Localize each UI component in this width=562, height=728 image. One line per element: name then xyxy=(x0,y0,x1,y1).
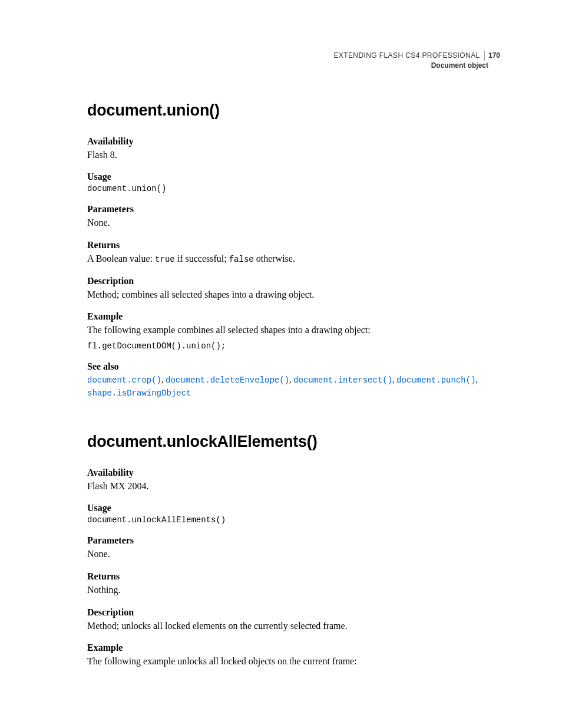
returns-text: Nothing. xyxy=(87,584,500,597)
page-header: EXTENDING FLASH CS4 PROFESSIONAL 170 Doc… xyxy=(87,51,500,71)
method-title: document.union() xyxy=(87,101,500,120)
description-label: Description xyxy=(87,276,500,286)
returns-pre: A Boolean value: xyxy=(87,253,155,263)
parameters-text: None. xyxy=(87,216,500,229)
description-label: Description xyxy=(87,607,500,618)
returns-text: A Boolean value: true if successful; fal… xyxy=(87,252,500,265)
example-text: The following example unlocks all locked… xyxy=(87,655,500,668)
usage-section: Usage document.unlockAllElements() xyxy=(87,503,500,525)
availability-label: Availability xyxy=(87,467,500,478)
parameters-label: Parameters xyxy=(87,204,500,215)
page: EXTENDING FLASH CS4 PROFESSIONAL 170 Doc… xyxy=(0,0,562,728)
availability-label: Availability xyxy=(87,136,500,147)
example-label: Example xyxy=(87,643,500,653)
returns-label: Returns xyxy=(87,240,500,251)
example-code: fl.getDocumentDOM().union(); xyxy=(87,341,500,351)
returns-label: Returns xyxy=(87,571,500,582)
header-section: Document object xyxy=(87,61,488,71)
parameters-section: Parameters None. xyxy=(87,535,500,561)
description-text: Method; unlocks all locked elements on t… xyxy=(87,620,500,633)
example-section: Example The following example combines a… xyxy=(87,311,500,351)
description-text: Method; combines all selected shapes int… xyxy=(87,288,500,301)
header-breadcrumb: EXTENDING FLASH CS4 PROFESSIONAL xyxy=(333,51,480,60)
example-text: The following example combines all selec… xyxy=(87,324,500,337)
availability-section: Availability Flash 8. xyxy=(87,136,500,162)
usage-code: document.unlockAllElements() xyxy=(87,515,500,525)
description-section: Description Method; combines all selecte… xyxy=(87,276,500,301)
usage-section: Usage document.union() xyxy=(87,172,500,193)
availability-text: Flash MX 2004. xyxy=(87,480,500,493)
parameters-label: Parameters xyxy=(87,535,500,546)
returns-code2: false xyxy=(229,255,254,264)
seealso-link[interactable]: document.intersect() xyxy=(293,375,392,385)
returns-section: Returns Nothing. xyxy=(87,571,500,597)
parameters-section: Parameters None. xyxy=(87,204,500,229)
usage-label: Usage xyxy=(87,172,500,182)
seealso-link[interactable]: document.crop() xyxy=(87,375,161,385)
usage-code: document.union() xyxy=(87,184,500,193)
seealso-link[interactable]: document.deleteEnvelope() xyxy=(166,375,289,385)
seealso-link[interactable]: shape.isDrawingObject xyxy=(87,388,191,398)
description-section: Description Method; unlocks all locked e… xyxy=(87,607,500,633)
example-label: Example xyxy=(87,311,500,322)
seealso-label: See also xyxy=(87,361,500,372)
returns-mid: if successful; xyxy=(175,253,229,263)
returns-code1: true xyxy=(155,255,175,264)
seealso-link[interactable]: document.punch() xyxy=(396,375,475,385)
availability-text: Flash 8. xyxy=(87,149,500,162)
example-section: Example The following example unlocks al… xyxy=(87,643,500,668)
seealso-section: See also document.crop(), document.delet… xyxy=(87,361,500,400)
returns-section: Returns A Boolean value: true if success… xyxy=(87,240,500,265)
page-number: 170 xyxy=(484,51,500,61)
seealso-links: document.crop(), document.deleteEnvelope… xyxy=(87,374,500,400)
availability-section: Availability Flash MX 2004. xyxy=(87,467,500,493)
method-title: document.unlockAllElements() xyxy=(87,433,500,451)
returns-post: otherwise. xyxy=(254,253,295,263)
usage-label: Usage xyxy=(87,503,500,513)
parameters-text: None. xyxy=(87,548,500,561)
